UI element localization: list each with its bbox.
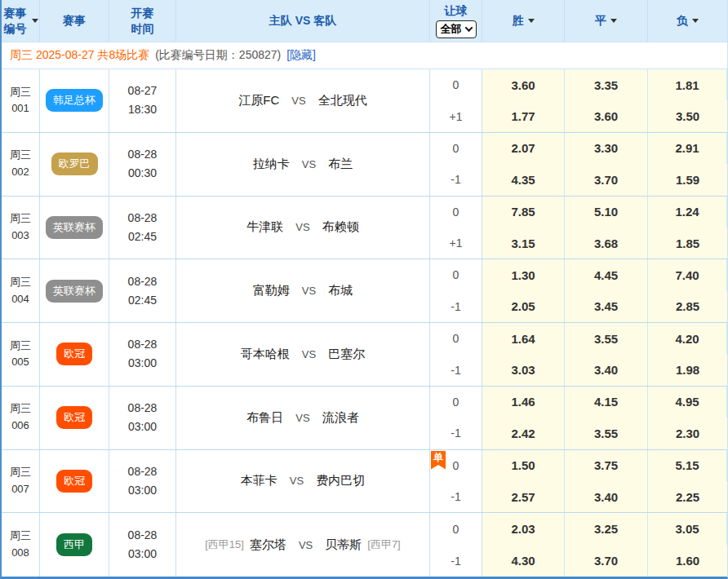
match-weekday: 周三 bbox=[10, 274, 31, 291]
match-date: 08-28 bbox=[128, 399, 158, 418]
home-team: 塞尔塔 bbox=[250, 537, 286, 553]
vs-label: VS bbox=[299, 539, 313, 551]
league-badge: 英联赛杯 bbox=[46, 216, 103, 239]
odds-draw[interactable]: 4.15 bbox=[565, 387, 648, 418]
odds-lose[interactable]: 1.24 bbox=[648, 197, 727, 228]
match-start-time: 03:00 bbox=[128, 481, 157, 500]
odds-lose[interactable]: 3.05 bbox=[648, 513, 727, 545]
odds-win[interactable]: 3.15 bbox=[482, 228, 565, 259]
odds-win[interactable]: 2.42 bbox=[482, 418, 565, 449]
header-draw[interactable]: 平 bbox=[565, 0, 648, 42]
league-cell: 英联赛杯 bbox=[40, 259, 109, 322]
odds-lose[interactable]: 1.98 bbox=[648, 354, 727, 385]
odds-win[interactable]: 1.30 bbox=[482, 259, 565, 290]
odds-lose[interactable]: 1.81 bbox=[648, 69, 727, 100]
odds-draw[interactable]: 3.40 bbox=[565, 354, 648, 385]
odds-win[interactable]: 3.60 bbox=[482, 69, 565, 100]
odds-lose[interactable]: 1.59 bbox=[648, 164, 727, 195]
odds-lose[interactable]: 2.30 bbox=[648, 418, 727, 449]
home-team: 哥本哈根 bbox=[241, 347, 290, 362]
odds-win[interactable]: 4.35 bbox=[482, 164, 565, 195]
odds-draw[interactable]: 3.30 bbox=[565, 133, 648, 164]
odds-lose[interactable]: 3.50 bbox=[648, 100, 727, 131]
odds-win[interactable]: 2.03 bbox=[482, 513, 565, 545]
odds-area: 0 7.85 5.10 1.24 +1 3.15 3.68 1.85 bbox=[430, 197, 727, 259]
handicap-value: -1 bbox=[451, 555, 460, 568]
handicap-value: -1 bbox=[451, 173, 460, 186]
odds-draw[interactable]: 3.68 bbox=[565, 228, 648, 259]
handicap-cell: -1 bbox=[430, 164, 482, 195]
odds-draw[interactable]: 5.10 bbox=[565, 197, 648, 228]
odds-draw[interactable]: 3.55 bbox=[565, 323, 648, 354]
odds-draw[interactable]: 4.45 bbox=[565, 259, 648, 290]
header-match-no[interactable]: 赛事编号 bbox=[2, 0, 40, 42]
odds-win[interactable]: 1.64 bbox=[482, 323, 565, 354]
vs-label: VS bbox=[302, 285, 316, 297]
match-row: 周三 007 欧冠 08-28 03:00 本菲卡VS费内巴切 单0 1.50 … bbox=[2, 450, 727, 514]
single-bet-badge: 单 bbox=[431, 451, 446, 470]
header-win-label: 胜 bbox=[513, 14, 524, 29]
home-team: 江原FC bbox=[238, 93, 279, 108]
header-lose[interactable]: 负 bbox=[648, 0, 727, 42]
match-row: 周三 005 欧冠 08-28 03:00 哥本哈根VS巴塞尔 0 1.64 3… bbox=[2, 323, 727, 387]
odds-area: 0 1.30 4.45 7.40 -1 2.05 3.45 2.85 bbox=[430, 259, 727, 322]
odds-lose[interactable]: 7.40 bbox=[648, 259, 727, 290]
match-time: 08-28 03:00 bbox=[109, 387, 176, 449]
handicap-filter-select[interactable]: 全部 bbox=[436, 20, 477, 38]
league-badge: 西甲 bbox=[56, 533, 92, 556]
handicap-value: 0 bbox=[453, 206, 459, 219]
odds-win[interactable]: 2.05 bbox=[482, 291, 565, 322]
odds-lose[interactable]: 4.20 bbox=[648, 323, 727, 354]
teams-cell: 哥本哈根VS巴塞尔 bbox=[176, 323, 430, 386]
vs-label: VS bbox=[302, 348, 316, 360]
match-time: 08-28 02:45 bbox=[109, 197, 176, 259]
header-teams: 主队 VS 客队 bbox=[176, 0, 430, 42]
odds-draw[interactable]: 3.70 bbox=[565, 164, 648, 195]
match-number: 周三 004 bbox=[2, 259, 40, 322]
odds-draw[interactable]: 3.75 bbox=[565, 450, 648, 481]
teams-cell: 富勒姆VS布城 bbox=[176, 259, 430, 322]
away-team: 布兰 bbox=[328, 157, 353, 172]
odds-win[interactable]: 1.77 bbox=[482, 100, 565, 131]
away-team: 流浪者 bbox=[322, 410, 359, 426]
league-badge: 欧冠 bbox=[56, 470, 92, 493]
odds-draw[interactable]: 3.35 bbox=[565, 69, 648, 100]
handicap-value: +1 bbox=[450, 110, 463, 123]
teams-cell: 牛津联VS布赖顿 bbox=[176, 197, 430, 259]
odds-win[interactable]: 4.30 bbox=[482, 545, 565, 577]
odds-lose[interactable]: 2.25 bbox=[648, 481, 727, 512]
odds-lose[interactable]: 1.60 bbox=[648, 545, 727, 577]
odds-lose[interactable]: 1.85 bbox=[648, 228, 727, 259]
away-team: 贝蒂斯 bbox=[325, 537, 362, 553]
hide-link[interactable]: [隐藏] bbox=[286, 48, 316, 63]
sort-caret-icon bbox=[692, 19, 699, 23]
odds-win[interactable]: 7.85 bbox=[482, 197, 565, 228]
match-number: 周三 005 bbox=[2, 323, 40, 386]
odds-draw[interactable]: 3.40 bbox=[565, 481, 648, 512]
odds-draw[interactable]: 3.70 bbox=[565, 545, 648, 577]
odds-lose[interactable]: 4.95 bbox=[648, 387, 727, 418]
odds-win[interactable]: 2.57 bbox=[482, 481, 565, 512]
odds-draw[interactable]: 3.60 bbox=[565, 100, 648, 131]
odds-lose[interactable]: 5.15 bbox=[648, 450, 727, 481]
odds-win[interactable]: 3.03 bbox=[482, 354, 565, 385]
header-handicap-label: 让球 bbox=[445, 4, 468, 19]
odds-win[interactable]: 1.50 bbox=[482, 450, 565, 481]
match-row: 周三 008 西甲 08-28 03:00 [西甲15]塞尔塔VS贝蒂斯[西甲7… bbox=[2, 513, 727, 577]
odds-draw[interactable]: 3.25 bbox=[565, 513, 648, 545]
handicap-cell: 0 bbox=[430, 133, 482, 164]
league-cell: 欧冠 bbox=[40, 450, 109, 513]
odds-lose[interactable]: 2.85 bbox=[648, 291, 727, 322]
odds-draw[interactable]: 3.45 bbox=[565, 291, 648, 322]
home-team: 拉纳卡 bbox=[253, 157, 290, 172]
sort-caret-icon bbox=[528, 19, 535, 23]
odds-win[interactable]: 2.07 bbox=[482, 133, 565, 164]
match-number-value: 005 bbox=[11, 354, 29, 371]
vs-label: VS bbox=[295, 412, 309, 424]
odds-draw[interactable]: 3.55 bbox=[565, 418, 648, 449]
match-number-value: 008 bbox=[11, 545, 29, 562]
vs-label: VS bbox=[290, 475, 304, 487]
header-win[interactable]: 胜 bbox=[482, 0, 565, 42]
odds-win[interactable]: 1.46 bbox=[482, 387, 565, 418]
odds-lose[interactable]: 2.91 bbox=[648, 133, 727, 164]
